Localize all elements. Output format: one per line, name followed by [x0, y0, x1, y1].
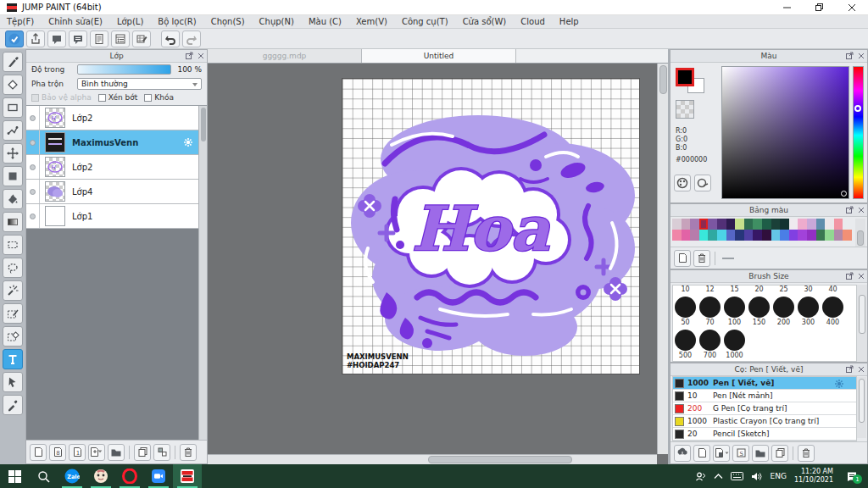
- menu-item-7[interactable]: Màu (C): [309, 17, 342, 26]
- brush-size-option[interactable]: [673, 328, 698, 352]
- canvas-vertical-scrollbar[interactable]: [657, 64, 668, 454]
- language-indicator[interactable]: ENG: [770, 472, 786, 480]
- tool-select-lasso[interactable]: [3, 258, 23, 278]
- palette-swatch[interactable]: [816, 230, 826, 241]
- new-8bit-layer-button[interactable]: 8: [49, 444, 66, 461]
- close-icon[interactable]: [856, 364, 865, 374]
- menu-item-5[interactable]: Chọn(S): [211, 17, 245, 26]
- check-button[interactable]: [5, 30, 24, 47]
- volume-icon[interactable]: [751, 472, 762, 481]
- palette-swatch[interactable]: [690, 219, 699, 230]
- layer-visibility-toggle[interactable]: [26, 204, 40, 228]
- add-layer-dropdown-button[interactable]: [88, 444, 105, 461]
- palette-swatch[interactable]: [753, 219, 762, 230]
- menu-item-4[interactable]: Bộ lọc(R): [158, 17, 196, 26]
- brush-size-option[interactable]: [747, 328, 771, 352]
- brush-item-1[interactable]: 1000Pen [ Viết, vẽ]: [673, 377, 856, 390]
- layer-list-scrollbar[interactable]: [198, 106, 207, 440]
- brush-size-option[interactable]: [821, 328, 845, 352]
- brush-size-option[interactable]: [673, 295, 698, 319]
- palette-swatch[interactable]: [807, 230, 816, 241]
- drawing-canvas[interactable]: Hoa: [342, 78, 640, 374]
- delete-color-button[interactable]: [693, 250, 710, 267]
- palette-swatch[interactable]: [762, 219, 771, 230]
- tray-expand-chevron-icon[interactable]: [714, 473, 723, 480]
- palette-swatch[interactable]: [744, 219, 754, 230]
- palette-swatch[interactable]: [834, 219, 843, 230]
- undo-button[interactable]: [161, 30, 180, 47]
- palette-swatch[interactable]: [726, 230, 736, 241]
- layer-visibility-toggle[interactable]: [26, 130, 40, 154]
- tool-gradient[interactable]: [3, 212, 23, 232]
- layer-row-lớp4[interactable]: Lớp4: [26, 180, 198, 204]
- palette-swatch[interactable]: [682, 230, 691, 241]
- tool-select-pen[interactable]: [3, 303, 23, 324]
- palette-swatch[interactable]: [672, 219, 682, 230]
- panel-list-button[interactable]: [111, 30, 130, 47]
- checkbox-khóa[interactable]: Khóa: [144, 93, 174, 102]
- blend-mode-select[interactable]: Bình thường: [77, 78, 202, 90]
- tool-magic-wand[interactable]: [3, 280, 23, 301]
- tool-select-rect[interactable]: [3, 235, 23, 255]
- popout-icon[interactable]: [845, 364, 854, 374]
- palette-swatch[interactable]: [753, 230, 762, 241]
- tool-rectangle[interactable]: [3, 97, 23, 118]
- transparent-color-swatch[interactable]: [676, 100, 694, 119]
- opacity-slider[interactable]: [77, 64, 171, 75]
- hue-slider[interactable]: [853, 66, 864, 199]
- brush-item-5[interactable]: 20Pencil [Sketch]: [673, 428, 856, 441]
- merge-layer-button[interactable]: [153, 444, 170, 461]
- menu-item-1[interactable]: Tệp(F): [7, 17, 34, 26]
- palette-swatch[interactable]: [780, 219, 789, 230]
- share-button[interactable]: [26, 30, 45, 47]
- layer-row-maximusvenn[interactable]: MaximusVenn: [26, 130, 198, 155]
- close-button[interactable]: [836, 0, 868, 14]
- menu-item-8[interactable]: Xem(V): [356, 17, 387, 26]
- taskbar-app-zoom-app[interactable]: [144, 464, 173, 488]
- restore-button[interactable]: [804, 0, 836, 14]
- palette-swatch[interactable]: [672, 230, 682, 241]
- palette-edit-button[interactable]: [694, 175, 711, 191]
- brush-size-option[interactable]: [698, 295, 722, 319]
- document-button[interactable]: [90, 30, 108, 47]
- people-icon[interactable]: [695, 471, 706, 482]
- taskbar-app-start[interactable]: [0, 464, 29, 488]
- minimize-button[interactable]: [771, 0, 804, 14]
- add-brush-dropdown-button[interactable]: [713, 445, 730, 462]
- saturation-value-picker[interactable]: [721, 66, 849, 199]
- palette-swatch[interactable]: [825, 219, 834, 230]
- taskbar-app-medibang[interactable]: [86, 464, 115, 488]
- canvas-viewport[interactable]: Hoa: [208, 64, 657, 454]
- palette-swatch[interactable]: [771, 230, 781, 241]
- touch-keyboard-icon[interactable]: [731, 472, 743, 480]
- brush-folder-button[interactable]: [752, 445, 769, 462]
- brush-list-scrollbar[interactable]: [857, 377, 866, 438]
- comment-button[interactable]: [69, 30, 87, 47]
- layer-visibility-toggle[interactable]: [26, 106, 40, 130]
- palette-swatch[interactable]: [816, 219, 826, 230]
- menu-item-11[interactable]: Cloud: [520, 17, 545, 26]
- brush-size-option[interactable]: [796, 328, 821, 352]
- popout-icon[interactable]: [845, 51, 854, 60]
- cloud-brush-button[interactable]: [674, 445, 691, 462]
- palette-swatch[interactable]: [834, 230, 843, 241]
- brush-size-option[interactable]: [771, 295, 796, 319]
- new-layer-button[interactable]: [30, 444, 47, 461]
- brush-item-6[interactable]: [673, 441, 856, 441]
- tool-bucket[interactable]: [3, 189, 23, 209]
- brush-item-3[interactable]: 200G Pen [Cọ trang trí]: [673, 402, 856, 415]
- palette-dialog-button[interactable]: [674, 175, 691, 191]
- tool-eyedropper[interactable]: [3, 395, 23, 415]
- redo-button[interactable]: [182, 30, 201, 47]
- close-icon[interactable]: [196, 51, 205, 60]
- palette-swatch[interactable]: [708, 219, 717, 230]
- new-folder-button[interactable]: [108, 444, 125, 461]
- brush-settings-gear-icon[interactable]: [834, 379, 844, 389]
- palette-swatch[interactable]: [690, 230, 699, 241]
- palette-swatch[interactable]: [798, 230, 807, 241]
- taskbar-app-opera[interactable]: [115, 464, 144, 488]
- canvas-horizontal-scrollbar[interactable]: [208, 454, 657, 464]
- taskbar-app-jump-paint[interactable]: [173, 464, 202, 488]
- duplicate-brush-button[interactable]: [771, 445, 788, 462]
- taskbar-app-zalo[interactable]: Zalo: [58, 464, 86, 488]
